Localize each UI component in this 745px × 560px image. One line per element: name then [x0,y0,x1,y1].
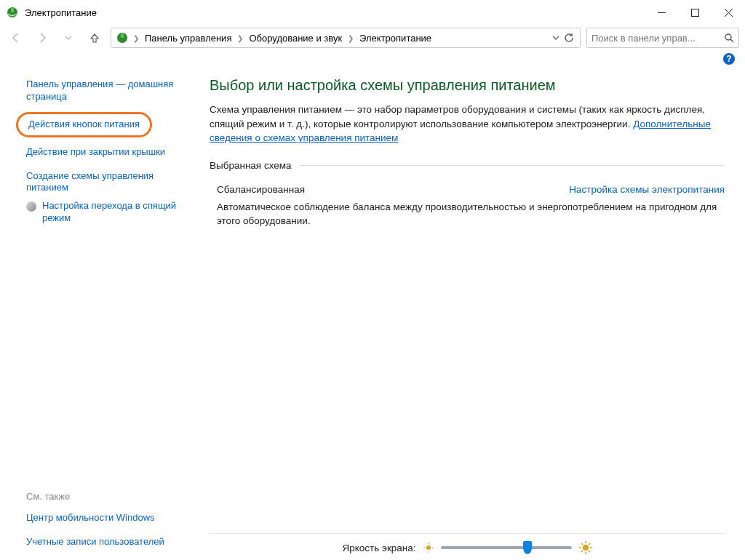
refresh-icon[interactable] [564,33,574,43]
close-button[interactable] [712,0,745,25]
chevron-right-icon: ❯ [132,34,140,42]
up-button[interactable] [84,28,105,48]
brightness-label: Яркость экрана: [342,543,415,553]
sidebar-item-power-buttons[interactable]: Действия кнопок питания [16,112,152,137]
breadcrumb-item[interactable]: Электропитание [356,33,434,44]
selected-plan-section: Выбранная схема [210,160,725,171]
svg-rect-3 [691,9,698,16]
sidebar-item-lid-close[interactable]: Действие при закрытии крышки [26,146,179,159]
breadcrumb-bar[interactable]: ❯ Панель управления ❯ Оборудование и зву… [111,28,581,48]
svg-point-10 [426,545,431,550]
seealso-heading: См. также [26,491,189,502]
main-content: Выбор или настройка схемы управления пит… [189,67,745,560]
sidebar-home-link[interactable]: Панель управления — домашняя страница [26,79,179,103]
svg-rect-7 [121,33,124,38]
nav-row: ❯ Панель управления ❯ Оборудование и зву… [0,25,745,51]
svg-line-20 [581,543,583,545]
breadcrumb-item[interactable]: Панель управления [142,33,234,44]
page-title: Выбор или настройка схемы управления пит… [210,77,725,94]
sidebar-item-create-plan[interactable]: Создание схемы управления питанием [26,170,179,195]
svg-line-22 [589,543,590,545]
divider [299,165,725,166]
power-options-icon [116,31,129,44]
brightness-slider[interactable] [441,546,572,549]
titlebar-title: Электропитание [25,7,645,18]
svg-line-23 [581,551,583,552]
sidebar-item-sleep-settings[interactable]: Настройка перехода в спящий режим [42,200,182,225]
seealso-mobility-center[interactable]: Центр мобильности Windows [26,512,179,524]
titlebar: Электропитание [0,0,745,25]
help-icon[interactable]: ? [723,53,735,65]
search-icon[interactable] [724,33,734,43]
change-plan-settings-link[interactable]: Настройка схемы электропитания [569,184,725,195]
page-description: Схема управления питанием — это набор па… [210,103,725,145]
brightness-control: Яркость экрана: [210,533,725,554]
sun-bright-icon [579,541,592,554]
shield-icon [26,201,36,212]
breadcrumb-item[interactable]: Оборудование и звук [246,33,345,44]
sun-dim-icon [423,543,434,553]
back-button[interactable] [6,28,26,48]
maximize-button[interactable] [678,0,712,25]
sidebar: Панель управления — домашняя страница Де… [0,67,189,560]
svg-line-21 [589,551,590,552]
forward-button[interactable] [32,28,52,48]
plan-description: Автоматическое соблюдение баланса между … [217,201,725,228]
control-panel-window: Электропитание ❯ Панель управления ❯ Обо… [0,0,745,560]
power-options-icon [6,6,19,19]
chevron-down-icon[interactable] [552,34,559,41]
search-input[interactable]: Поиск в панели управ... [586,28,739,48]
svg-point-8 [725,34,731,40]
minimize-button[interactable] [645,0,678,25]
history-dropdown[interactable] [58,28,79,48]
plan-name: Сбалансированная [217,184,305,195]
svg-rect-1 [11,8,14,12]
slider-thumb[interactable] [523,541,532,554]
svg-point-15 [583,545,589,551]
chevron-right-icon: ❯ [346,34,355,42]
svg-line-9 [730,39,733,42]
search-placeholder: Поиск в панели управ... [591,33,720,44]
chevron-right-icon: ❯ [236,34,244,42]
seealso-user-accounts[interactable]: Учетные записи пользователей [26,536,179,548]
